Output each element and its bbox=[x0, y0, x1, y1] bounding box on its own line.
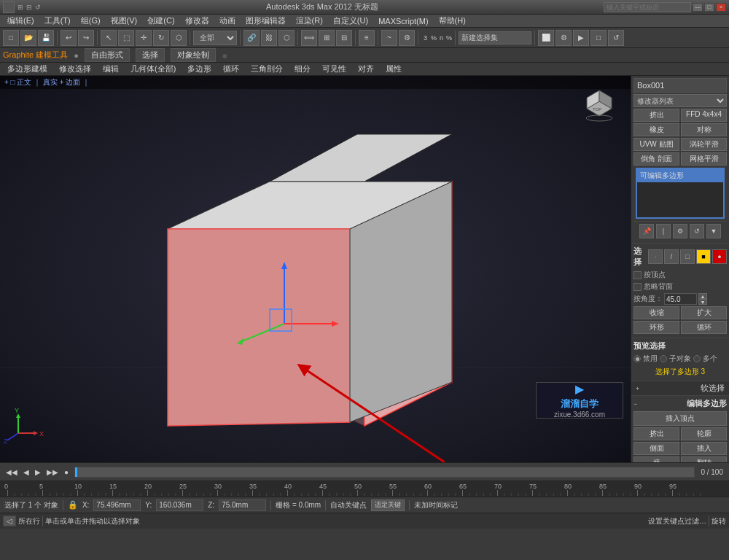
poly-model-btn[interactable]: 多边形建模 bbox=[3, 63, 52, 75]
select-btn[interactable]: 选择 bbox=[136, 48, 165, 62]
menu-view[interactable]: 视图(V) bbox=[106, 15, 142, 27]
loop-btn[interactable]: 循环 bbox=[681, 321, 727, 334]
tb-render-last[interactable]: ↺ bbox=[608, 30, 624, 46]
vertex-icon-btn[interactable]: · bbox=[648, 249, 663, 264]
menu-group[interactable]: 组(G) bbox=[77, 15, 105, 27]
tb-scale[interactable]: ⬡ bbox=[171, 30, 187, 46]
min-button[interactable]: — bbox=[693, 3, 703, 12]
tb-align[interactable]: ⊟ bbox=[336, 30, 352, 46]
set-key-btn[interactable]: 适定关键 bbox=[371, 499, 405, 511]
tb-schematic[interactable]: ⚙ bbox=[399, 30, 415, 46]
shrink-btn[interactable]: 收缩 bbox=[634, 306, 679, 319]
tb-open[interactable]: 📂 bbox=[20, 30, 36, 46]
timeline-play-btn[interactable]: ▶ bbox=[32, 467, 44, 478]
tb-curve[interactable]: ~ bbox=[381, 30, 397, 46]
subdivide-btn[interactable]: 细分 bbox=[290, 63, 315, 75]
tb-unlink[interactable]: ⛓ bbox=[261, 30, 277, 46]
config-icon-btn[interactable]: ⚙ bbox=[673, 224, 687, 238]
properties-btn[interactable]: 属性 bbox=[381, 63, 406, 75]
tb-undo[interactable]: ↩ bbox=[61, 30, 77, 46]
extrude2-btn[interactable]: 挤出 bbox=[634, 427, 679, 440]
show-icon-btn[interactable]: | bbox=[656, 224, 671, 238]
selection-set-input[interactable] bbox=[459, 31, 531, 44]
flip-btn[interactable]: 翻转 bbox=[681, 456, 727, 462]
tb-new[interactable]: □ bbox=[3, 30, 19, 46]
left-arrow-btn[interactable]: ◁ bbox=[3, 516, 16, 526]
extrude-btn[interactable]: 挤出 bbox=[634, 109, 679, 122]
menu-edit[interactable]: 编辑(E) bbox=[3, 15, 39, 27]
edge-icon-btn[interactable]: / bbox=[664, 249, 679, 264]
angle-up-btn[interactable]: ▲ bbox=[698, 293, 707, 299]
menu-create[interactable]: 创建(C) bbox=[143, 15, 179, 27]
visibility-btn[interactable]: 可见性 bbox=[318, 63, 351, 75]
timeline-track[interactable] bbox=[74, 467, 695, 478]
pin-icon-btn[interactable]: 📌 bbox=[639, 224, 654, 238]
tb-mirror[interactable]: ⟺ bbox=[301, 30, 317, 46]
taper-btn[interactable]: 侧面 bbox=[634, 442, 679, 455]
polygon-btn[interactable]: 多边形 bbox=[183, 63, 216, 75]
menu-modifiers[interactable]: 修改器 bbox=[181, 15, 214, 27]
free-form-btn[interactable]: 自由形式 bbox=[85, 48, 130, 62]
by-vertex-checkbox[interactable] bbox=[634, 271, 642, 279]
modifier-list-dropdown[interactable]: 修改器列表 bbox=[634, 94, 727, 107]
tb-array[interactable]: ⊞ bbox=[319, 30, 335, 46]
border-icon-btn[interactable]: □ bbox=[680, 249, 695, 264]
symmetry-btn[interactable]: 对称 bbox=[681, 123, 727, 136]
y-coord-input[interactable] bbox=[156, 499, 203, 511]
edit-btn[interactable]: 编辑 bbox=[98, 63, 123, 75]
tb-layer[interactable]: ≡ bbox=[359, 30, 375, 46]
angle-input[interactable] bbox=[664, 293, 697, 305]
outline-btn[interactable]: 轮廓 bbox=[681, 427, 727, 440]
subobj-radio[interactable] bbox=[660, 355, 667, 362]
tb-rotate[interactable]: ↻ bbox=[153, 30, 169, 46]
more-icon-btn[interactable]: ▼ bbox=[706, 224, 721, 238]
geometry-all-btn[interactable]: 几何体(全部) bbox=[126, 63, 180, 75]
timeline-fwd-btn[interactable]: ▶▶ bbox=[44, 467, 61, 478]
ignore-back-checkbox[interactable] bbox=[634, 283, 642, 291]
insert-vertex-btn[interactable]: 插入顶点 bbox=[634, 411, 727, 426]
timeline-key-btn[interactable]: ● bbox=[61, 467, 71, 478]
menu-help[interactable]: 帮助(H) bbox=[434, 15, 470, 27]
menu-maxscript[interactable]: MAXScript(M) bbox=[374, 16, 432, 26]
object-draw-btn[interactable]: 对象绘制 bbox=[171, 48, 216, 62]
tb-select-region[interactable]: ⬚ bbox=[118, 30, 134, 46]
menu-graph-editor[interactable]: 图形编辑器 bbox=[241, 15, 290, 27]
tb-select[interactable]: ↖ bbox=[101, 30, 117, 46]
tb-bind[interactable]: ⬡ bbox=[278, 30, 295, 46]
ffd-btn[interactable]: FFD 4x4x4 bbox=[681, 109, 727, 122]
modify-select-btn[interactable]: 修改选择 bbox=[55, 63, 95, 75]
tb-render[interactable]: ▶ bbox=[573, 30, 589, 46]
poly-icon-btn[interactable]: ■ bbox=[696, 249, 711, 264]
disable-radio[interactable] bbox=[634, 355, 641, 362]
align-btn[interactable]: 对齐 bbox=[354, 63, 378, 75]
timeline-back-btn[interactable]: ◀ bbox=[20, 467, 32, 478]
menu-tools[interactable]: 工具(T) bbox=[40, 15, 75, 27]
active-modifier-item[interactable]: 可编辑多边形 bbox=[637, 169, 723, 182]
tb-render-setup[interactable]: ⚙ bbox=[555, 30, 572, 46]
navigation-cube[interactable]: TOP bbox=[580, 83, 620, 123]
tb-move[interactable]: ✛ bbox=[136, 30, 152, 46]
angle-down-btn[interactable]: ▼ bbox=[698, 299, 707, 305]
element-icon-btn[interactable]: ● bbox=[712, 249, 727, 264]
tb-redo[interactable]: ↪ bbox=[78, 30, 94, 46]
loop-btn[interactable]: 循环 bbox=[219, 63, 243, 75]
search-input[interactable] bbox=[604, 2, 691, 12]
all-dropdown[interactable]: 全部 bbox=[193, 31, 237, 45]
timeline-prev-btn[interactable]: ◀◀ bbox=[3, 467, 20, 478]
mesh-smooth-btn[interactable]: 网格平滑 bbox=[681, 152, 727, 166]
viewport[interactable]: + □ 正文 ｜ 真实 + 边面 ｜ bbox=[0, 76, 631, 462]
close-button[interactable]: × bbox=[716, 3, 726, 12]
z-coord-input[interactable] bbox=[219, 499, 266, 511]
max-button[interactable]: □ bbox=[704, 3, 714, 12]
turbo-smooth-btn[interactable]: 涡轮平滑 bbox=[681, 138, 727, 151]
x-coord-input[interactable] bbox=[93, 499, 141, 511]
menu-customize[interactable]: 自定义(U) bbox=[329, 15, 373, 27]
soft-select-collapsed[interactable]: + 软选择 bbox=[631, 381, 729, 395]
insert-btn[interactable]: 插入 bbox=[681, 442, 727, 455]
delete-modifier-btn[interactable]: ↺ bbox=[690, 224, 704, 238]
tb-link[interactable]: 🔗 bbox=[243, 30, 260, 46]
bevel-profile-btn[interactable]: 倒角 剖面 bbox=[634, 152, 679, 166]
menu-render[interactable]: 渲染(R) bbox=[292, 15, 327, 27]
tb-render-frame[interactable]: □ bbox=[590, 30, 607, 46]
tb-material[interactable]: ⬜ bbox=[538, 30, 554, 46]
